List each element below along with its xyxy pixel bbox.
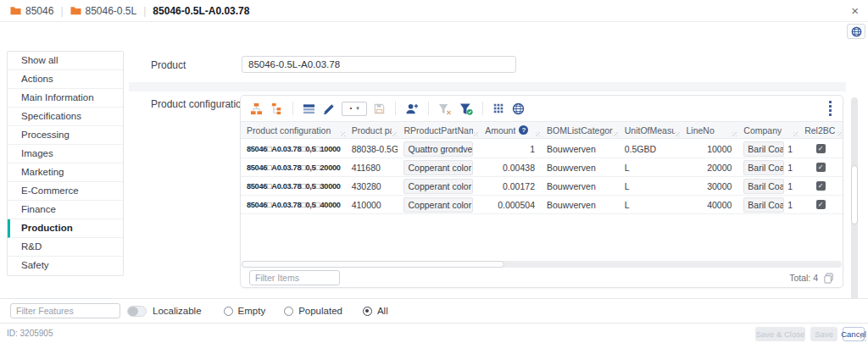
cell-product-configuration[interactable]: 85046□A0.03.78□0,5□30000 [241, 177, 346, 195]
breadcrumb-item[interactable]: 85046 [10, 5, 53, 17]
language-globe-button[interactable] [847, 24, 865, 39]
sidebar-item-production[interactable]: Production [8, 219, 123, 238]
product-input[interactable] [242, 56, 516, 73]
cell-lineno[interactable]: 30000 [681, 177, 738, 195]
cell-rel2bc[interactable]: ✓ [798, 158, 843, 176]
cell-bomlistcategoryrq[interactable]: Bouwverven [541, 177, 619, 195]
filter-items-input[interactable] [249, 270, 340, 285]
checkbox-checked[interactable]: ✓ [816, 200, 826, 209]
sidebar-item-images[interactable]: Images [8, 145, 123, 163]
localizable-toggle[interactable] [127, 306, 147, 317]
cell-lineno[interactable]: 40000 [681, 196, 738, 213]
horizontal-scrollbar-thumb[interactable] [242, 261, 504, 268]
column-header-rel2bc[interactable]: Rel2BC [798, 122, 843, 138]
cell-lineno[interactable]: 10000 [681, 140, 738, 158]
sidebar-item-finance[interactable]: Finance [8, 201, 123, 219]
column-header-company[interactable]: Company [737, 122, 798, 138]
checkbox-checked[interactable]: ✓ [816, 144, 826, 153]
cell-product-configuration[interactable]: 85046□A0.03.78□0,5□20000 [241, 158, 346, 176]
cell-unitofmeasure[interactable]: L [619, 196, 681, 213]
checkbox-checked[interactable]: ✓ [816, 181, 826, 191]
apply-filter-button[interactable] [458, 101, 475, 117]
horizontal-scrollbar[interactable] [242, 261, 842, 268]
cell-bomlistcategoryrq[interactable]: Bouwverven [541, 196, 619, 213]
cell-rproductpartname[interactable]: Copperant color p.b.28 [398, 177, 479, 195]
sidebar-item-main-information[interactable]: Main Information [8, 89, 123, 108]
cell-product-part[interactable]: 430280 [346, 177, 398, 195]
info-icon[interactable]: ? [519, 125, 528, 135]
cell-amount[interactable]: 0.00438 [479, 158, 541, 176]
grid-globe-button[interactable] [510, 101, 526, 117]
row-style-button[interactable] [301, 101, 317, 117]
column-header-product-part[interactable]: Product part [346, 122, 398, 138]
kebab-menu-icon[interactable] [826, 99, 835, 118]
filter-features-input[interactable] [10, 303, 120, 318]
cell-product-part[interactable]: 410000 [346, 196, 398, 213]
radio-populated-label[interactable]: Populated [298, 306, 342, 316]
radio-empty-label[interactable]: Empty [238, 306, 266, 316]
cell-bomlistcategoryrq[interactable]: Bouwverven [541, 158, 619, 176]
cell-rproductpartname[interactable]: Copperant color p.r.168 [398, 158, 479, 176]
clear-filter-button[interactable] [437, 101, 453, 117]
value-dropdown[interactable]: · ▾ [342, 102, 367, 116]
breadcrumb-item[interactable]: 85046-0.5L [70, 5, 137, 17]
edit-button[interactable] [321, 101, 337, 117]
save-button[interactable]: Save [810, 327, 837, 341]
sidebar-item-ecommerce[interactable]: E-Commerce [8, 182, 123, 201]
column-header-rproductpartname[interactable]: RProductPartName [398, 122, 479, 138]
sidebar-item-show-all[interactable]: Show all [8, 52, 123, 70]
save-grid-button[interactable] [371, 101, 387, 117]
cell-company[interactable]: Baril Coatings E1 [737, 140, 798, 158]
radio-all-label[interactable]: All [377, 306, 388, 316]
sidebar-item-processing[interactable]: Processing [8, 126, 123, 145]
cell-amount[interactable]: 0.00172 [479, 177, 541, 195]
cell-product-part[interactable]: 88038-0.5GBD [346, 140, 398, 158]
cell-company[interactable]: Baril Coatings E1 [737, 158, 798, 176]
cell-rproductpartname[interactable]: Quattro grondverf base p [398, 140, 479, 158]
cell-rel2bc[interactable]: ✓ [798, 140, 843, 158]
cell-lineno[interactable]: 20000 [681, 158, 738, 176]
table-row[interactable]: 85046□A0.03.78□0,5□20000 411680 Copperan… [241, 158, 843, 177]
column-header-unitofmeasure[interactable]: UnitOfMeasure [619, 122, 681, 138]
cell-rproductpartname[interactable]: Copperant color p.mix [398, 196, 479, 213]
sidebar-item-specifications[interactable]: Specifications [8, 108, 123, 126]
cell-rel2bc[interactable]: ✓ [798, 177, 843, 195]
sidebar-item-marketing[interactable]: Marketing [8, 163, 123, 182]
cell-product-part[interactable]: 411680 [346, 158, 398, 176]
sidebar-item-actions[interactable]: Actions [8, 70, 123, 89]
cell-unitofmeasure[interactable]: L [619, 158, 681, 176]
cell-product-configuration[interactable]: 85046□A0.03.78□0,5□10000 [241, 140, 346, 158]
hierarchy-view-button[interactable] [248, 101, 264, 117]
table-row[interactable]: 85046□A0.03.78□0,5□30000 430280 Copperan… [241, 177, 843, 196]
resize-grip[interactable] [860, 335, 866, 341]
radio-all[interactable] [363, 307, 372, 316]
cell-bomlistcategoryrq[interactable]: Bouwverven [541, 140, 619, 158]
cell-amount[interactable]: 0.000504 [479, 196, 541, 213]
table-row[interactable]: 85046□A0.03.78□0,5□10000 88038-0.5GBD Qu… [241, 140, 843, 158]
column-header-amount[interactable]: Amount? [479, 122, 541, 138]
column-header-lineno[interactable]: LineNo [681, 122, 738, 138]
column-header-product-configuration[interactable]: Product configuration [241, 122, 346, 138]
cell-amount[interactable]: 1 [479, 140, 541, 158]
column-chooser-button[interactable] [491, 101, 506, 116]
vertical-scrollbar-thumb[interactable] [851, 165, 858, 224]
close-icon[interactable]: × [851, 4, 859, 17]
table-row[interactable]: 85046□A0.03.78□0,5□40000 410000 Copperan… [241, 196, 843, 214]
cell-company[interactable]: Baril Coatings E1 [737, 196, 798, 213]
tree-list-button[interactable] [269, 101, 285, 117]
cell-rel2bc[interactable]: ✓ [798, 196, 843, 213]
cell-product-configuration[interactable]: 85046□A0.03.78□0,5□40000 [241, 196, 346, 213]
column-header-bomlistcategoryrq[interactable]: BOMListCategoryRQ [541, 122, 619, 138]
vertical-scrollbar[interactable] [851, 97, 858, 301]
save-and-close-button[interactable]: Save & Close [755, 327, 805, 341]
checkbox-checked[interactable]: ✓ [816, 163, 826, 172]
copy-pages-icon[interactable] [823, 273, 834, 284]
radio-empty[interactable] [224, 307, 233, 316]
cell-company[interactable]: Baril Coatings E1 [737, 177, 798, 195]
sidebar-item-safety[interactable]: Safety [8, 257, 123, 275]
add-user-button[interactable] [403, 101, 420, 117]
sidebar-item-rd[interactable]: R&D [8, 238, 123, 257]
radio-populated[interactable] [284, 307, 293, 316]
cell-unitofmeasure[interactable]: 0.5GBD [619, 140, 681, 158]
cell-unitofmeasure[interactable]: L [619, 177, 681, 195]
